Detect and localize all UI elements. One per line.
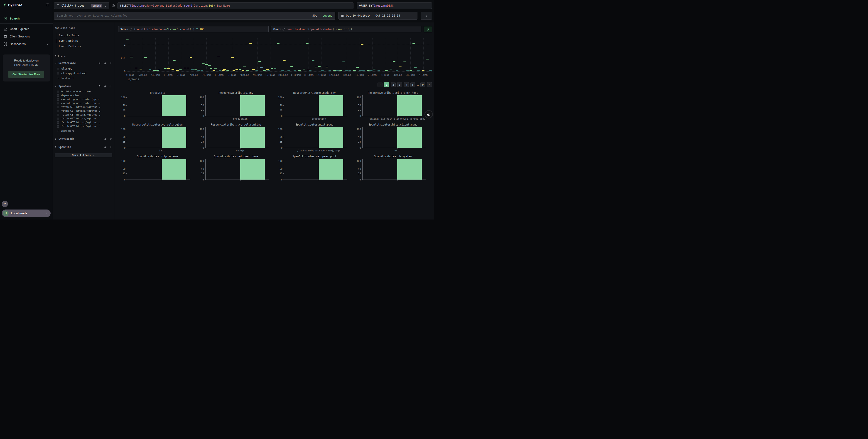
- mini-chart-bar[interactable]: [162, 159, 186, 180]
- bar-chart-icon[interactable]: [104, 62, 106, 64]
- filter-item[interactable]: dependencies: [55, 93, 112, 97]
- x-axis-label: 8:30am: [228, 74, 237, 76]
- mini-chart-bar[interactable]: [162, 95, 186, 116]
- results-area: Value (countIf(StatusCode='Error')/count…: [114, 23, 434, 220]
- search-run-button[interactable]: [421, 12, 432, 20]
- pagination-page-4[interactable]: 4: [404, 82, 409, 87]
- account-menu[interactable]: U Local mode: [2, 209, 51, 217]
- gear-icon[interactable]: [111, 2, 116, 9]
- delta-mark: [287, 70, 290, 71]
- pagination-page-9[interactable]: 9: [421, 82, 425, 87]
- sidebar-item-chart-explorer[interactable]: Chart Explorer: [0, 25, 53, 33]
- filter-group-header[interactable]: StatusCode: [55, 137, 112, 141]
- filter-item[interactable]: clickpy-frontend: [55, 71, 112, 76]
- source-select[interactable]: ClickPy Traces Schema: [54, 2, 110, 9]
- mode-event-deltas[interactable]: Event Deltas: [55, 38, 112, 43]
- pin-icon[interactable]: [110, 138, 112, 140]
- y-axis-label: 100: [278, 128, 282, 130]
- filter-item[interactable]: executing api route (app)…: [55, 97, 112, 101]
- filter-item[interactable]: fetch GET https://github.…: [55, 120, 112, 124]
- checkbox[interactable]: [57, 110, 59, 112]
- pagination-page-3[interactable]: 3: [397, 82, 402, 87]
- y-axis-label: 100: [199, 96, 204, 99]
- date-range-picker[interactable]: Oct 10 04:16:14 - Oct 10 16:16:14: [339, 12, 417, 20]
- load-more-button[interactable]: Load more: [55, 76, 112, 80]
- checkbox[interactable]: [57, 106, 59, 108]
- mini-chart-bar[interactable]: [240, 95, 265, 116]
- mini-chart-bar[interactable]: [397, 159, 422, 180]
- pagination-prev[interactable]: ‹: [377, 82, 382, 87]
- mini-chart-bar[interactable]: [162, 127, 186, 148]
- sidebar-item-search[interactable]: Search: [0, 15, 53, 22]
- mini-chart-bar[interactable]: [319, 95, 343, 116]
- bar-chart-icon[interactable]: [104, 85, 106, 88]
- orderby-expression-input[interactable]: ORDER BY Timestamp DESC: [356, 2, 432, 9]
- checkbox[interactable]: [57, 72, 59, 75]
- pagination-page-2[interactable]: 2: [391, 82, 396, 87]
- checkbox[interactable]: [57, 68, 59, 70]
- more-filters-button[interactable]: More filters: [55, 153, 112, 157]
- checkbox[interactable]: [57, 102, 59, 105]
- pagination-page-5[interactable]: 5: [410, 82, 415, 87]
- bar-chart-icon[interactable]: [104, 138, 106, 140]
- checkbox[interactable]: [57, 91, 59, 93]
- pagination-page-1[interactable]: 1: [384, 82, 389, 87]
- show-more-button[interactable]: Show more: [55, 128, 112, 132]
- filter-item-label: fetch GET https://github.…: [61, 106, 100, 109]
- mode-results-table[interactable]: Results Table: [55, 33, 112, 38]
- filter-item[interactable]: build component tree: [55, 90, 112, 93]
- pagination-next[interactable]: ›: [427, 82, 432, 87]
- mini-chart-bar[interactable]: [397, 95, 422, 116]
- filter-group-header[interactable]: ServiceName: [55, 61, 112, 65]
- filter-item[interactable]: fetch GET https://github.…: [55, 124, 112, 128]
- filter-item[interactable]: fetch GET https://github.…: [55, 109, 112, 113]
- filter-group-header[interactable]: SpanKind: [55, 146, 112, 149]
- hyperdx-app: HyperDX Search Chart Explorer: [0, 0, 434, 220]
- checkbox[interactable]: [57, 98, 59, 100]
- mini-chart-bar[interactable]: [319, 127, 343, 148]
- mini-chart-bar[interactable]: [319, 159, 343, 180]
- filter-item[interactable]: fetch GET https://github.…: [55, 113, 112, 117]
- mini-chart-bar[interactable]: [397, 127, 422, 148]
- sidebar-item-client-sessions[interactable]: Client Sessions: [0, 33, 53, 40]
- mini-chart-bar[interactable]: [240, 159, 265, 180]
- lucene-mode-button[interactable]: Lucene: [322, 14, 332, 17]
- sidebar-item-dashboards[interactable]: Dashboards: [0, 40, 53, 48]
- checkbox[interactable]: [57, 94, 59, 97]
- get-started-button[interactable]: Get Started for Free: [8, 70, 44, 78]
- deltas-plot[interactable]: 10/10/25 4:30am5:00am5:30am6:00am6:30am7…: [127, 38, 432, 71]
- checkbox[interactable]: [57, 121, 59, 124]
- mini-chart-bar[interactable]: [240, 127, 265, 148]
- gridline: [127, 71, 432, 71]
- delta-mark: [130, 57, 133, 57]
- delta-mark: [266, 69, 269, 70]
- filter-item[interactable]: executing api route (app)…: [55, 101, 112, 105]
- search-input[interactable]: Search your events w/ Lucene ex. column:…: [54, 12, 335, 20]
- mini-chart-plot: 10050250nodejs: [205, 127, 269, 148]
- event-feed-widget-button[interactable]: [425, 110, 433, 118]
- count-expression-input[interactable]: Count countDistinct(SpanAttributes['user…: [271, 26, 422, 32]
- checkbox[interactable]: [57, 114, 59, 116]
- filter-item[interactable]: clickpy: [55, 66, 112, 71]
- mode-event-patterns[interactable]: Event Patterns: [55, 43, 112, 49]
- run-query-button[interactable]: [424, 26, 432, 32]
- search-icon[interactable]: [98, 85, 101, 88]
- value-expression-input[interactable]: Value (countIf(StatusCode='Error')/count…: [118, 26, 269, 32]
- help-button[interactable]: ?: [2, 201, 8, 207]
- pin-icon[interactable]: [110, 62, 112, 64]
- filter-group-header[interactable]: SpanName: [55, 85, 112, 88]
- filter-item[interactable]: fetch GET https://github.…: [55, 117, 112, 120]
- pin-icon[interactable]: [110, 85, 112, 88]
- sql-mode-button[interactable]: SQL: [312, 14, 317, 17]
- search-icon[interactable]: [98, 62, 101, 64]
- checkbox[interactable]: [57, 125, 59, 127]
- search-journal-icon: [4, 17, 7, 21]
- sidebar-collapse-icon[interactable]: [46, 3, 49, 7]
- bar-chart-icon[interactable]: [104, 146, 106, 148]
- checkbox[interactable]: [57, 118, 59, 120]
- mini-chart-xlabel: clickpy-git-main-clickhouse.vercel.app…: [369, 117, 425, 120]
- select-expression-input[interactable]: SELECT Timestamp, ServiceName, StatusCod…: [118, 2, 353, 9]
- filter-item[interactable]: fetch GET https://github.…: [55, 105, 112, 109]
- pin-icon[interactable]: [110, 146, 112, 148]
- delta-mark: [191, 69, 194, 70]
